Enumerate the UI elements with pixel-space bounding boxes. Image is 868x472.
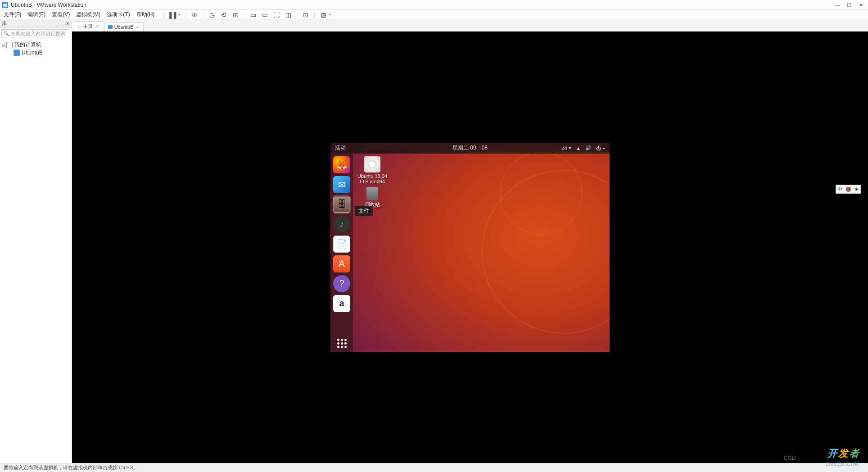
unity-icon[interactable]: ◫ <box>284 11 292 19</box>
vm-tree: ⊟ 我的计算机 UbuntuB <box>0 39 72 58</box>
pause-vm-button[interactable]: ❚❚ <box>168 11 176 19</box>
separator <box>244 11 244 18</box>
desktop-icons-area: Ubuntu 18.04 LTS amd64 回收站 <box>357 156 388 211</box>
search-icon: 🔍 <box>4 31 9 36</box>
separator <box>297 11 297 18</box>
vm-icon <box>108 25 113 29</box>
clock[interactable]: 星期二 09：08 <box>452 144 488 152</box>
home-icon: ⌂ <box>78 24 81 29</box>
volume-icon[interactable]: 🔊 <box>585 145 592 151</box>
vm-display[interactable]: 活动 星期二 09：08 zh ▾ ▲ 🔊 ⏻ ▾ 🦊 ✉ 🗄 ♪ 📄 <box>72 32 868 463</box>
watermark-brand: 开发者 <box>827 447 860 460</box>
library-title: 库 <box>2 20 7 27</box>
separator <box>163 11 164 18</box>
pause-dropdown-icon[interactable]: ▼ <box>177 13 181 17</box>
input-method-panel[interactable]: 中 🐻 ☀ <box>836 185 861 194</box>
desktop-trash-icon[interactable]: 回收站 <box>357 187 388 208</box>
content-area: ⌂ 主页 ✕ UbuntuB ✕ 活动 星期二 09：08 zh ▾ ▲ <box>72 20 868 463</box>
dock-show-apps-icon[interactable] <box>333 335 350 352</box>
stretch-guest-icon[interactable]: ⊡ <box>302 11 310 19</box>
dock-ubuntu-software-icon[interactable]: A <box>333 255 350 272</box>
system-tray: zh ▾ ▲ 🔊 ⏻ ▾ <box>562 145 605 151</box>
view-console-icon[interactable]: ▭ <box>249 11 257 19</box>
desktop-dvd-icon[interactable]: Ubuntu 18.04 LTS amd64 <box>357 156 388 184</box>
dock-thunderbird-icon[interactable]: ✉ <box>333 176 350 193</box>
tabstrip: ⌂ 主页 ✕ UbuntuB ✕ <box>72 20 868 32</box>
separator <box>185 11 186 18</box>
dock-firefox-icon[interactable]: 🦊 <box>333 156 350 173</box>
vm-icon <box>14 50 20 56</box>
dock-rhythmbox-icon[interactable]: ♪ <box>333 216 350 233</box>
tree-root-label: 我的计算机 <box>14 41 41 49</box>
window-title: UbuntuB - VMware Workstation <box>11 2 835 8</box>
activities-button[interactable]: 活动 <box>335 144 346 152</box>
dock-files-icon[interactable]: 🗄 <box>333 196 350 213</box>
power-icon[interactable]: ⏻ ▾ <box>596 145 605 151</box>
watermark-csdn: CSD <box>784 454 796 461</box>
dock-amazon-icon[interactable]: a <box>333 295 350 312</box>
library-close-icon[interactable]: ✕ <box>66 21 70 27</box>
ubuntu-topbar: 活动 星期二 09：08 zh ▾ ▲ 🔊 ⏻ ▾ <box>330 143 610 154</box>
menu-vm[interactable]: 虚拟机(M) <box>76 11 100 18</box>
window-controls: — ☐ ✕ <box>835 2 863 8</box>
computer-icon <box>6 42 13 48</box>
cycle-multiple-monitors-icon[interactable]: ▧ <box>319 11 327 19</box>
view-multimonitor-icon[interactable]: ▭ <box>261 11 269 19</box>
input-lang-label: 中 <box>838 186 842 192</box>
statusbar-text: 要将输入定向到该虚拟机，请在虚拟机内部单击或按 Ctrl+G。 <box>4 464 138 471</box>
snapshot-icon[interactable]: ◷ <box>208 11 216 19</box>
fullscreen-icon[interactable]: ⛶ <box>272 11 280 19</box>
library-sidebar: 库 ✕ 🔍 在此处键入内容进行搜索 ⊟ 我的计算机 UbuntuB <box>0 20 72 463</box>
menu-help[interactable]: 帮助(H) <box>136 11 155 18</box>
menu-view[interactable]: 查看(V) <box>52 11 70 18</box>
snapshot-revert-icon[interactable]: ⟲ <box>220 11 228 19</box>
watermark-devze: DevZe.CoM <box>826 460 860 467</box>
snapshot-manager-icon[interactable]: ⊞ <box>231 11 240 19</box>
tab-close-icon[interactable]: ✕ <box>136 25 140 30</box>
app-icon: ▣ <box>2 2 8 8</box>
tab-home-label: 主页 <box>83 23 93 30</box>
network-icon[interactable]: ▲ <box>576 145 581 151</box>
ubuntu-dock: 🦊 ✉ 🗄 ♪ 📄 A ? a <box>330 154 353 352</box>
menu-tabs[interactable]: 选项卡(T) <box>107 11 130 18</box>
input-method-indicator[interactable]: zh ▾ <box>562 145 571 151</box>
dock-help-icon[interactable]: ? <box>333 275 350 292</box>
minimize-button[interactable]: — <box>835 2 840 8</box>
tree-collapse-icon[interactable]: ⊟ <box>2 43 6 47</box>
statusbar: 要将输入定向到该虚拟机，请在虚拟机内部单击或按 Ctrl+G。 <box>0 463 868 472</box>
desktop-dvd-label: Ubuntu 18.04 LTS amd64 <box>357 173 388 184</box>
menu-edit[interactable]: 编辑(E) <box>27 11 45 18</box>
tree-root-my-computer[interactable]: ⊟ 我的计算机 <box>2 41 70 49</box>
close-button[interactable]: ✕ <box>858 2 863 8</box>
tab-ubuntub[interactable]: UbuntuB ✕ <box>104 23 144 31</box>
ubuntu-desktop[interactable]: 活动 星期二 09：08 zh ▾ ▲ 🔊 ⏻ ▾ 🦊 ✉ 🗄 ♪ 📄 <box>330 143 610 352</box>
monitors-dropdown-icon[interactable]: ▼ <box>328 13 332 17</box>
separator <box>203 11 203 18</box>
dock-libreoffice-writer-icon[interactable]: 📄 <box>333 236 350 253</box>
search-placeholder: 在此处键入内容进行搜索 <box>11 30 65 37</box>
separator <box>314 11 315 18</box>
library-header: 库 ✕ <box>0 20 72 28</box>
tree-item-ubuntub[interactable]: UbuntuB <box>14 49 70 56</box>
dvd-icon <box>364 156 380 172</box>
send-ctrl-alt-del-icon[interactable]: ⊕ <box>190 11 199 19</box>
input-bear-icon: 🐻 <box>845 187 851 192</box>
main-area: 库 ✕ 🔍 在此处键入内容进行搜索 ⊟ 我的计算机 UbuntuB ⌂ 主页 ✕ <box>0 20 868 463</box>
tab-home[interactable]: ⌂ 主页 ✕ <box>74 21 103 31</box>
files-tooltip: 文件 <box>355 206 373 216</box>
window-titlebar: ▣ UbuntuB - VMware Workstation — ☐ ✕ <box>0 0 868 10</box>
maximize-button[interactable]: ☐ <box>846 2 852 8</box>
menubar: 文件(F) 编辑(E) 查看(V) 虚拟机(M) 选项卡(T) 帮助(H) ❚❚… <box>0 10 868 20</box>
library-search[interactable]: 🔍 在此处键入内容进行搜索 <box>1 29 70 37</box>
trash-icon <box>366 187 378 200</box>
tab-vm-label: UbuntuB <box>114 24 134 30</box>
tree-vm-label: UbuntuB <box>22 50 43 56</box>
input-sun-icon: ☀ <box>854 187 859 192</box>
menu-file[interactable]: 文件(F) <box>4 11 21 18</box>
tab-close-icon[interactable]: ✕ <box>95 24 99 29</box>
